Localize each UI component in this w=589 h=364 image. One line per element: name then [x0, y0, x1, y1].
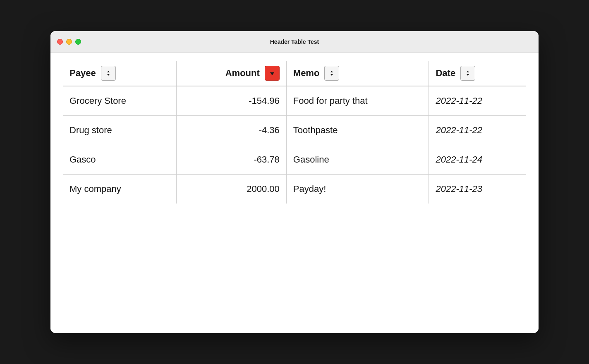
memo-cell: Gasoline [286, 145, 429, 175]
amount-sort-button[interactable] [265, 66, 280, 81]
payee-cell: Gasco [63, 145, 176, 175]
payee-header-label: Payee [69, 68, 96, 79]
sort-both-icon-date [464, 70, 471, 77]
app-window: Header Table Test Payee [50, 31, 539, 333]
date-header: Date [429, 61, 526, 86]
memo-sort-button[interactable] [324, 66, 339, 81]
minimize-button[interactable] [66, 39, 72, 45]
date-sort-button[interactable] [460, 66, 475, 81]
table-body: Grocery Store-154.96Food for party that2… [63, 86, 526, 204]
sort-both-icon-memo [328, 70, 335, 77]
memo-cell: Toothpaste [286, 116, 429, 145]
memo-header: Memo [286, 61, 429, 86]
table-row[interactable]: My company2000.00Payday!2022-11-23 [63, 175, 526, 204]
sort-both-icon [105, 70, 112, 77]
amount-cell: -63.78 [176, 145, 286, 175]
payee-header: Payee [63, 61, 176, 86]
payee-sort-button[interactable] [101, 66, 116, 81]
sort-down-icon [269, 70, 275, 77]
titlebar: Header Table Test [50, 31, 539, 53]
memo-cell: Food for party that [286, 86, 429, 116]
traffic-lights [57, 39, 81, 45]
date-cell: 2022-11-22 [429, 116, 526, 145]
payee-cell: Grocery Store [63, 86, 176, 116]
amount-cell: 2000.00 [176, 175, 286, 204]
maximize-button[interactable] [75, 39, 81, 45]
date-cell: 2022-11-23 [429, 175, 526, 204]
amount-header-label: Amount [225, 68, 260, 79]
payee-cell: My company [63, 175, 176, 204]
table-row[interactable]: Drug store-4.36Toothpaste2022-11-22 [63, 116, 526, 145]
amount-cell: -154.96 [176, 86, 286, 116]
memo-cell: Payday! [286, 175, 429, 204]
payee-cell: Drug store [63, 116, 176, 145]
table-header-row: Payee Amount [63, 61, 526, 86]
amount-header: Amount [176, 61, 286, 86]
table-row[interactable]: Grocery Store-154.96Food for party that2… [63, 86, 526, 116]
table-row[interactable]: Gasco-63.78Gasoline2022-11-24 [63, 145, 526, 175]
memo-header-label: Memo [293, 68, 320, 79]
date-cell: 2022-11-22 [429, 86, 526, 116]
data-table: Payee Amount [63, 61, 526, 204]
close-button[interactable] [57, 39, 63, 45]
window-title: Header Table Test [270, 38, 319, 45]
date-header-label: Date [436, 68, 455, 79]
amount-cell: -4.36 [176, 116, 286, 145]
main-content: Payee Amount [50, 53, 539, 333]
date-cell: 2022-11-24 [429, 145, 526, 175]
